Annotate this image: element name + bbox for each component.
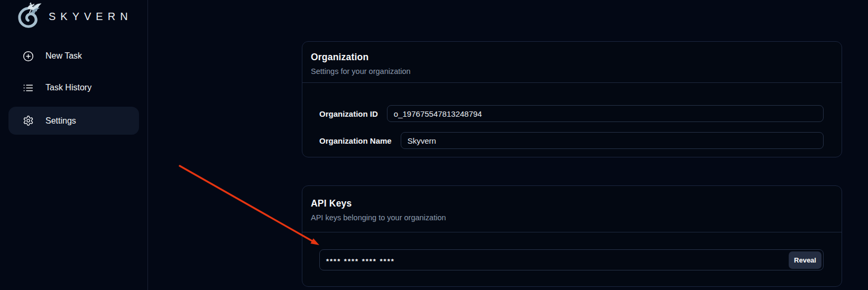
dragon-logo-icon [14, 2, 43, 31]
organization-id-label: Organization ID [319, 109, 378, 118]
organization-id-input[interactable] [387, 105, 824, 122]
reveal-button[interactable]: Reveal [789, 251, 821, 269]
api-keys-card-body: **** **** **** **** Reveal [302, 232, 842, 286]
settings-page: Organization Settings for your organizat… [148, 0, 868, 290]
brand-name: SKYVERN [49, 11, 133, 23]
sidebar: SKYVERN New Task Task History [0, 0, 148, 290]
api-keys-card-title: API Keys [311, 198, 833, 209]
sidebar-item-task-history[interactable]: Task History [8, 75, 139, 100]
api-keys-card: API Keys API keys belonging to your orga… [302, 185, 842, 287]
list-icon [23, 82, 34, 93]
organization-card-subtitle: Settings for your organization [311, 67, 833, 76]
api-key-masked-value: **** **** **** **** [326, 255, 395, 265]
api-key-field[interactable]: **** **** **** **** Reveal [319, 249, 824, 270]
nav-label-settings: Settings [45, 116, 76, 126]
sidebar-item-new-task[interactable]: New Task [8, 43, 139, 69]
sidebar-item-settings[interactable]: Settings [8, 107, 139, 135]
nav-label-new-task: New Task [45, 51, 82, 61]
sidebar-nav: New Task Task History [0, 43, 147, 135]
nav-label-task-history: Task History [45, 83, 91, 92]
organization-card-header: Organization Settings for your organizat… [302, 42, 842, 83]
organization-name-label: Organization Name [319, 136, 392, 145]
brand-logo[interactable]: SKYVERN [0, 0, 147, 32]
gear-icon [23, 115, 34, 126]
plus-circle-icon [23, 51, 34, 62]
organization-card: Organization Settings for your organizat… [302, 41, 842, 157]
organization-name-input[interactable] [401, 132, 824, 149]
api-keys-card-header: API Keys API keys belonging to your orga… [302, 186, 842, 232]
organization-id-row: Organization ID [319, 105, 824, 122]
organization-card-body: Organization ID Organization Name [302, 83, 842, 157]
app-root: SKYVERN New Task Task History [0, 0, 868, 290]
api-keys-card-subtitle: API keys belonging to your organization [311, 213, 833, 222]
organization-card-title: Organization [311, 52, 833, 63]
organization-name-row: Organization Name [319, 132, 824, 149]
